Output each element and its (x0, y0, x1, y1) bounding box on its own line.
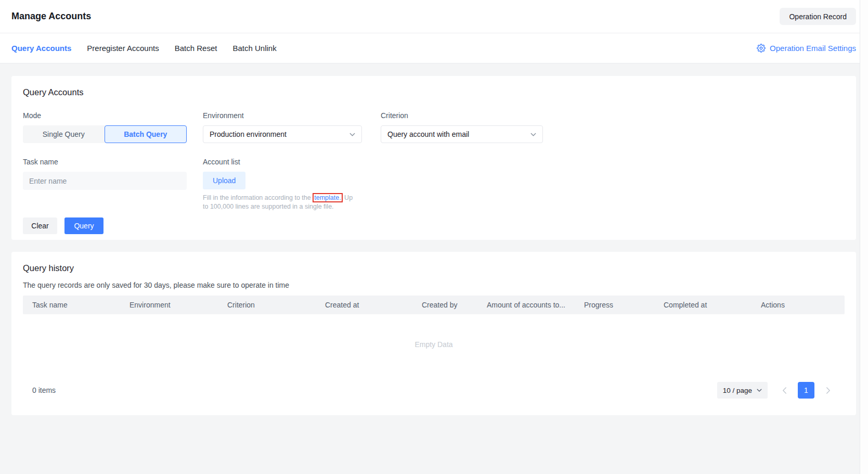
mode-option-batch-query[interactable]: Batch Query (105, 125, 187, 143)
tab-preregister-accounts[interactable]: Preregister Accounts (87, 44, 159, 53)
environment-select[interactable]: Production environment (203, 125, 362, 143)
upload-hint-before: Fill in the information according to the (203, 194, 313, 201)
column-header-created-at: Created at (316, 301, 412, 309)
mode-option-single-query[interactable]: Single Query (23, 125, 105, 143)
operation-email-settings-label: Operation Email Settings (770, 44, 856, 53)
query-history-card: Query history The query records are only… (11, 252, 856, 415)
chevron-down-icon (530, 132, 536, 137)
criterion-label: Criterion (381, 110, 543, 121)
pagination-controls: 10 / page 1 (717, 382, 836, 399)
tab-batch-reset[interactable]: Batch Reset (175, 44, 217, 53)
query-history-title: Query history (23, 262, 845, 274)
query-button[interactable]: Query (64, 217, 103, 234)
column-header-environment: Environment (120, 301, 218, 309)
empty-state: Empty Data (23, 314, 845, 375)
tab-query-accounts[interactable]: Query Accounts (11, 44, 71, 53)
annotation-red-box: template. (313, 193, 342, 202)
page-size-select[interactable]: 10 / page (717, 382, 768, 399)
template-link[interactable]: template. (314, 194, 341, 201)
criterion-select[interactable]: Query account with email (381, 125, 543, 143)
upload-button[interactable]: Upload (203, 172, 245, 189)
operation-email-settings-link[interactable]: Operation Email Settings (757, 44, 856, 53)
manage-accounts-page: Manage Accounts Operation Record Query A… (0, 0, 860, 474)
previous-page-button[interactable] (776, 382, 793, 399)
criterion-select-value: Query account with email (387, 130, 469, 138)
mode-segmented-control: Single Query Batch Query (23, 125, 187, 143)
column-header-criterion: Criterion (218, 301, 316, 309)
empty-state-text: Empty Data (414, 340, 452, 349)
query-accounts-title: Query Accounts (23, 86, 845, 98)
scrollbar[interactable] (860, 0, 868, 474)
clear-button[interactable]: Clear (23, 217, 57, 234)
app-header: Manage Accounts Operation Record (0, 0, 860, 33)
chevron-down-icon (757, 388, 762, 393)
account-list-label: Account list (203, 157, 362, 167)
task-name-label: Task name (23, 157, 187, 167)
column-header-progress: Progress (575, 301, 654, 309)
next-page-button[interactable] (820, 382, 836, 399)
task-name-input[interactable] (23, 172, 187, 190)
page-1-button[interactable]: 1 (798, 382, 814, 399)
chevron-left-icon (782, 387, 787, 394)
operation-record-button[interactable]: Operation Record (780, 8, 856, 25)
tab-batch-unlink[interactable]: Batch Unlink (232, 44, 276, 53)
environment-label: Environment (203, 110, 362, 121)
column-header-created-by: Created by (412, 301, 477, 309)
pagination-row: 0 items 10 / page 1 (23, 382, 845, 399)
column-header-task-name: Task name (23, 301, 120, 309)
column-header-actions: Actions (752, 301, 845, 309)
query-history-subtitle: The query records are only saved for 30 … (23, 280, 845, 290)
tab-bar: Query Accounts Preregister Accounts Batc… (0, 33, 860, 63)
main-content: Query Accounts Mode Single Query Batch Q… (0, 63, 860, 474)
mode-label: Mode (23, 110, 187, 121)
page-size-value: 10 / page (723, 387, 752, 394)
history-table-header: Task name Environment Criterion Created … (23, 296, 845, 314)
items-count: 0 items (32, 386, 56, 394)
page-title: Manage Accounts (11, 11, 91, 22)
column-header-amount: Amount of accounts to... (477, 301, 575, 309)
upload-hint: Fill in the information according to the… (203, 194, 355, 211)
chevron-right-icon (826, 387, 831, 394)
gear-icon (757, 44, 766, 53)
environment-select-value: Production environment (210, 130, 287, 138)
query-accounts-card: Query Accounts Mode Single Query Batch Q… (11, 76, 856, 240)
column-header-completed-at: Completed at (654, 301, 752, 309)
chevron-down-icon (349, 132, 355, 137)
